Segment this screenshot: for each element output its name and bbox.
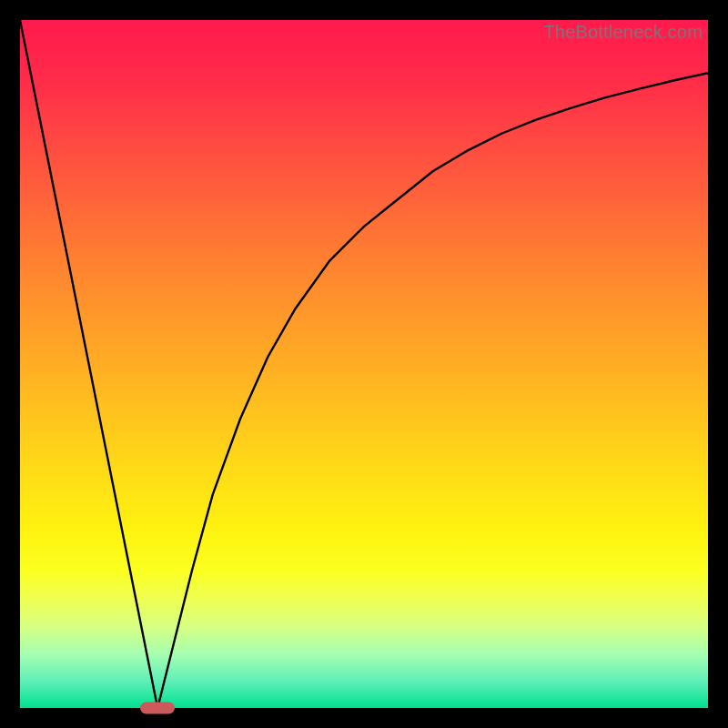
chart-frame: TheBottleneck.com xyxy=(0,0,728,728)
balance-point-marker xyxy=(140,703,175,714)
curve-layer xyxy=(20,20,708,708)
plot-area: TheBottleneck.com xyxy=(20,20,708,708)
bottleneck-curve xyxy=(20,20,708,708)
